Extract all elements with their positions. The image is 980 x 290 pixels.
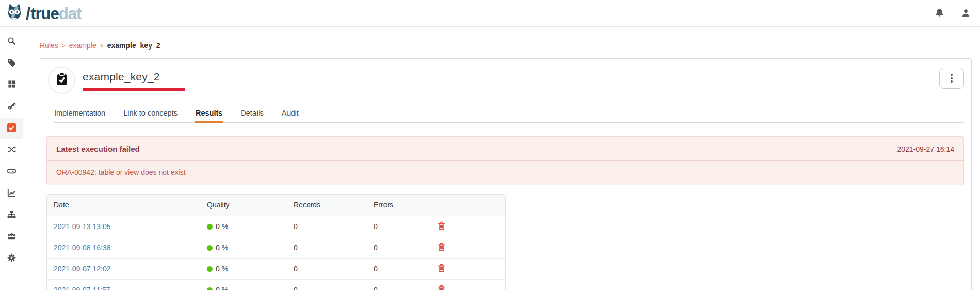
result-row: 2021-09-08 16:38 0 % 0 0 xyxy=(47,237,505,258)
gear-icon xyxy=(7,253,16,264)
notifications-bell-icon[interactable] xyxy=(935,8,944,18)
column-header-records: Records xyxy=(287,195,367,216)
users-icon xyxy=(7,232,16,243)
tab-bar: Implementation Link to concepts Results … xyxy=(54,106,964,123)
sidebar-item-lineage[interactable] xyxy=(0,139,23,161)
tab-audit[interactable]: Audit xyxy=(281,106,299,122)
results-table: Date Quality Records Errors 2021-09-13 1… xyxy=(47,195,505,290)
breadcrumb: Rules>example>example_key_2 xyxy=(40,41,972,50)
column-header-quality: Quality xyxy=(200,195,287,216)
quality-value: 0 % xyxy=(216,244,228,252)
rule-avatar xyxy=(48,67,75,94)
grid-icon xyxy=(8,80,16,90)
quality-value: 0 % xyxy=(216,265,228,273)
quality-value: 0 % xyxy=(216,222,228,231)
user-icon[interactable] xyxy=(961,8,971,18)
main-content: Rules>example>example_key_2 example_key_… xyxy=(23,27,980,290)
check-square-icon xyxy=(7,123,16,134)
sidebar-item-rules[interactable] xyxy=(0,118,23,139)
app-header: /truedat xyxy=(0,0,980,27)
sitemap-icon xyxy=(7,210,16,221)
records-value: 0 xyxy=(287,237,367,258)
alert-title: Latest execution failed xyxy=(56,144,140,153)
results-table-header-row: Date Quality Records Errors xyxy=(47,195,505,216)
trash-icon xyxy=(438,264,445,273)
delete-result-button[interactable] xyxy=(436,263,447,275)
trash-icon xyxy=(438,221,445,231)
breadcrumb-current: example_key_2 xyxy=(107,41,160,50)
clipboard-check-icon xyxy=(55,72,69,89)
key-icon xyxy=(7,102,16,112)
sidebar-item-structures[interactable] xyxy=(0,204,23,226)
owl-logo-icon xyxy=(5,3,24,24)
alert-timestamp: 2021-09-27 16:14 xyxy=(897,145,954,153)
logo-wordmark: /truedat xyxy=(24,5,81,22)
title-underline xyxy=(83,88,185,91)
sidebar-item-tags[interactable] xyxy=(0,53,23,74)
sidebar-item-catalog[interactable] xyxy=(0,74,23,96)
sidebar-item-sources[interactable] xyxy=(0,161,23,183)
column-header-date: Date xyxy=(47,195,200,216)
sidebar-item-dashboards[interactable] xyxy=(0,183,23,204)
result-row: 2021-09-07 11:57 0 % 0 0 xyxy=(47,279,505,290)
tag-icon xyxy=(7,58,16,69)
column-header-actions xyxy=(429,195,505,216)
alert-message: ORA-00942: table or view does not exist xyxy=(47,161,963,185)
errors-value: 0 xyxy=(367,216,429,237)
page-title: example_key_2 xyxy=(83,71,185,83)
kebab-icon xyxy=(951,74,953,83)
records-value: 0 xyxy=(287,216,367,237)
quality-value: 0 % xyxy=(216,286,228,290)
header-actions xyxy=(935,8,975,18)
breadcrumb-link-example[interactable]: example xyxy=(69,41,97,50)
result-row: 2021-09-07 12:02 0 % 0 0 xyxy=(47,258,505,279)
shuffle-icon xyxy=(7,145,16,156)
sidebar-item-groups[interactable] xyxy=(0,226,23,248)
errors-value: 0 xyxy=(367,258,429,279)
hard-drive-icon xyxy=(7,167,16,178)
errors-value: 0 xyxy=(367,237,429,258)
delete-result-button[interactable] xyxy=(436,241,447,253)
tab-implementation[interactable]: Implementation xyxy=(54,106,106,122)
delete-result-button[interactable] xyxy=(436,220,447,232)
quality-status-dot xyxy=(207,266,213,272)
breadcrumb-separator: > xyxy=(62,42,66,50)
records-value: 0 xyxy=(287,258,367,279)
execution-failed-alert: Latest execution failed 2021-09-27 16:14… xyxy=(46,136,964,185)
tab-details[interactable]: Details xyxy=(240,106,264,122)
sidebar-item-search[interactable] xyxy=(0,31,23,53)
result-date-link[interactable]: 2021-09-13 13:05 xyxy=(54,222,111,231)
search-icon xyxy=(7,37,16,47)
more-options-button[interactable] xyxy=(939,68,964,89)
trash-icon xyxy=(438,243,445,252)
quality-status-dot xyxy=(207,224,213,230)
sidebar-item-settings[interactable] xyxy=(0,248,23,269)
result-date-link[interactable]: 2021-09-07 12:02 xyxy=(54,265,111,273)
tab-link-to-concepts[interactable]: Link to concepts xyxy=(123,106,178,122)
rule-card: example_key_2 Implementation Link to con… xyxy=(39,58,972,290)
delete-result-button[interactable] xyxy=(436,284,447,290)
records-value: 0 xyxy=(287,279,367,290)
tab-results[interactable]: Results xyxy=(195,106,223,122)
breadcrumb-separator: > xyxy=(100,42,104,50)
trash-icon xyxy=(438,285,445,290)
result-date-link[interactable]: 2021-09-08 16:38 xyxy=(54,244,111,252)
errors-value: 0 xyxy=(367,279,429,290)
column-header-errors: Errors xyxy=(367,195,429,216)
quality-status-dot xyxy=(207,245,213,251)
quality-status-dot xyxy=(207,287,213,290)
rule-card-header: example_key_2 xyxy=(46,66,964,94)
breadcrumb-link-rules[interactable]: Rules xyxy=(40,41,58,50)
truedat-logo[interactable]: /truedat xyxy=(5,3,81,24)
results-table-card: Date Quality Records Errors 2021-09-13 1… xyxy=(46,194,506,290)
sidebar xyxy=(0,27,23,290)
chart-line-icon xyxy=(7,188,16,199)
sidebar-item-permissions[interactable] xyxy=(0,96,23,118)
result-row: 2021-09-13 13:05 0 % 0 0 xyxy=(47,216,505,237)
result-date-link[interactable]: 2021-09-07 11:57 xyxy=(54,286,110,290)
